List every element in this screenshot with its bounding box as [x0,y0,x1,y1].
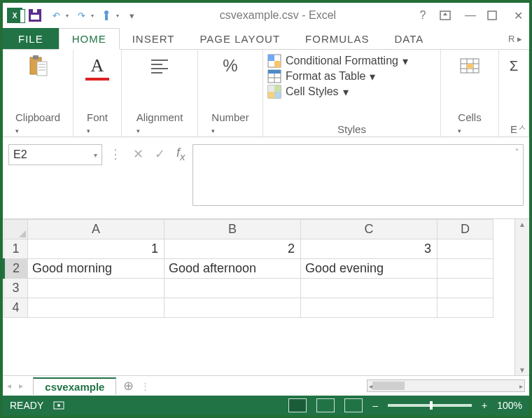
conditional-formatting-button[interactable]: Conditional Formatting ▾ [267,54,436,68]
cell-d2[interactable] [438,259,493,279]
row-header-4[interactable]: 4 [4,298,28,318]
minimize-button[interactable]: — [463,9,477,22]
cells-icon [458,54,482,78]
tabs-overflow[interactable]: R ▸ [501,28,529,49]
row-header-2[interactable]: 2 [4,259,28,279]
accept-formula-button[interactable]: ✓ [155,146,165,162]
cell-a4[interactable] [28,298,164,318]
undo-dropdown[interactable]: ▾ [66,13,69,19]
scroll-thumb[interactable] [372,382,405,390]
group-label-cells: Cells▾ [458,109,481,135]
group-alignment: Alignment▾ [122,50,198,137]
cell-a1[interactable]: 1 [28,239,164,259]
vertical-scrollbar[interactable]: ▲ ▼ [514,219,529,375]
cell-d3[interactable] [438,279,493,298]
cell-c4[interactable] [301,298,438,318]
row-header-1[interactable]: 1 [4,239,28,259]
cells-button[interactable] [458,54,482,78]
horizontal-scrollbar[interactable]: ◂ ▸ [367,379,525,392]
qat-customize[interactable]: ▾ [123,7,140,24]
collapse-ribbon-button[interactable]: ㅅ [518,122,526,134]
svg-rect-5 [33,55,38,60]
group-label-clipboard: Clipboard▾ [15,109,60,135]
row-header-3[interactable]: 3 [4,279,28,298]
tab-split-handle[interactable]: ⋮ [141,381,150,391]
format-as-table-button[interactable]: Format as Table ▾ [267,69,436,83]
view-page-break-button[interactable] [344,398,363,412]
group-label-alignment: Alignment▾ [136,109,183,135]
tab-data[interactable]: DATA [382,28,436,49]
cell-b4[interactable] [164,298,301,318]
cell-a3[interactable] [28,279,164,298]
format-as-table-icon [267,69,281,83]
font-icon: A [85,54,109,81]
zoom-thumb[interactable] [430,401,433,410]
number-button[interactable]: % [218,54,242,78]
cell-c2[interactable]: Good evening [301,259,438,279]
tab-home[interactable]: HOME [59,28,120,50]
alignment-button[interactable] [148,54,172,78]
svg-rect-24 [268,92,274,98]
save-button[interactable] [27,7,43,24]
tab-page-layout[interactable]: PAGE LAYOUT [187,28,293,49]
column-header-d[interactable]: D [438,220,493,239]
cell-c1[interactable]: 3 [301,239,438,259]
view-page-layout-button[interactable] [316,398,335,412]
font-button[interactable]: A [85,54,109,81]
svg-rect-6 [37,62,47,76]
view-normal-button[interactable] [288,398,307,412]
ribbon-display-button[interactable] [440,11,454,20]
zoom-slider[interactable] [388,404,472,407]
close-button[interactable]: ✕ [511,9,525,22]
zoom-out-button[interactable]: – [372,400,378,411]
spreadsheet-grid[interactable]: A B C D 1 1 2 3 2 Good morning [3,219,514,375]
svg-rect-23 [274,85,281,92]
cell-d1[interactable] [438,239,493,259]
alignment-icon [148,54,172,78]
insert-function-button[interactable]: fx [176,146,186,162]
paste-button[interactable] [26,54,50,78]
maximize-button[interactable] [487,11,501,20]
editing-button[interactable]: Σ [502,54,526,78]
name-box[interactable]: E2 ▾ [8,144,102,165]
status-ready: READY [10,400,43,411]
cell-d4[interactable] [438,298,493,318]
sheet-tab-csvexample[interactable]: csvexample [33,377,116,395]
cell-a2[interactable]: Good morning [28,259,164,279]
collapse-formula-bar-icon[interactable]: ˄ [515,148,519,155]
sheet-nav-buttons[interactable]: ◂ ▸ [7,381,26,391]
column-header-c[interactable]: C [301,220,438,239]
name-box-value: E2 [13,148,27,161]
cell-styles-label: Cell Styles [286,85,339,98]
sheet-tab-bar: ◂ ▸ csvexample ⊕ ⋮ ◂ ▸ [3,375,529,396]
save-icon [29,9,41,22]
cell-styles-button[interactable]: Cell Styles ▾ [267,85,436,99]
formula-input[interactable]: ˄ [192,144,524,206]
new-sheet-button[interactable]: ⊕ [123,378,134,393]
zoom-level[interactable]: 100% [497,400,522,411]
column-header-a[interactable]: A [28,220,164,239]
svg-rect-3 [488,11,496,20]
tab-file[interactable]: FILE [3,28,59,49]
cell-b2[interactable]: Good afternoon [164,259,301,279]
tab-insert[interactable]: INSERT [120,28,188,49]
touch-mode-dropdown[interactable]: ▾ [116,13,119,19]
redo-dropdown[interactable]: ▾ [91,13,94,19]
tab-formulas[interactable]: FORMULAS [293,28,382,49]
cell-b1[interactable]: 2 [164,239,301,259]
redo-button[interactable]: ↷ [73,7,90,24]
touch-mode-button[interactable] [98,7,115,24]
select-all-corner[interactable] [4,220,28,239]
cell-c3[interactable] [301,279,438,298]
sheet-area: A B C D 1 1 2 3 2 Good morning [3,219,529,396]
excel-icon: X [7,8,22,23]
macro-record-button[interactable] [53,400,64,410]
help-button[interactable]: ? [416,9,430,22]
undo-button[interactable]: ↶ [48,7,64,24]
column-header-b[interactable]: B [164,220,301,239]
window-title: csvexample.csv - Excel [144,9,412,22]
cancel-formula-button[interactable]: ✕ [133,146,144,162]
group-font: A Font▾ [74,50,122,137]
zoom-in-button[interactable]: + [482,400,487,411]
cell-b3[interactable] [164,279,301,298]
